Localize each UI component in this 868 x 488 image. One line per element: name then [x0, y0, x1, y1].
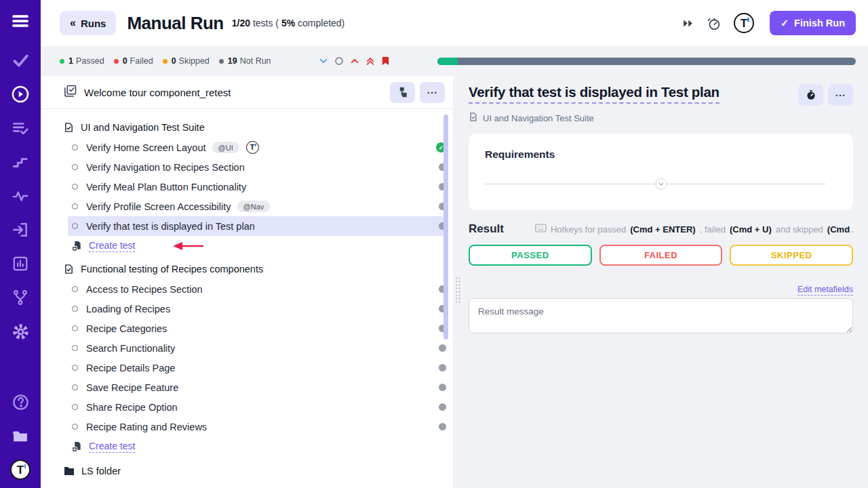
finish-run-button[interactable]: ✓ Finish Run [770, 11, 856, 35]
tree-test-row[interactable]: Recipe Categories [68, 319, 443, 338]
tree-test-row[interactable]: Search Functionality [68, 338, 443, 358]
fast-forward-icon[interactable] [681, 16, 695, 30]
tag-badge: @UI [212, 142, 239, 153]
test-bullet-icon [72, 365, 78, 371]
keyboard-icon [535, 224, 547, 235]
tree-test-row[interactable]: Loading of Recipes [68, 299, 443, 319]
project-logo-icon[interactable]: T [732, 12, 755, 35]
folder-label: LS folder [81, 466, 121, 476]
tree-test-row[interactable]: Verify Home Screen Layout@UIT✓ [68, 138, 443, 157]
hotkeys-hint: Hotkeys for passed(Cmd + ENTER) , failed… [535, 224, 853, 235]
test-title[interactable]: Verify that test is displayed in Test pl… [469, 84, 719, 104]
tree-test-row[interactable]: Verify Navigation to Recipes Section [68, 157, 443, 177]
percent-complete: 5% [281, 18, 295, 28]
expand-requirements-icon[interactable] [655, 178, 667, 190]
test-bullet-icon [72, 384, 78, 390]
chevrons-up-icon[interactable] [366, 56, 375, 66]
tree-body: UI and Navigation Test SuiteVerify Home … [41, 109, 453, 488]
create-label[interactable]: Create test [89, 441, 135, 453]
result-header: Result Hotkeys for passed(Cmd + ENTER) ,… [469, 222, 853, 236]
tree-suite-row[interactable]: 0.0UI and Navigation Test Suite [41, 484, 453, 488]
tree-suite-row[interactable]: Functional testing of Recipes components [41, 259, 453, 279]
tree-test-row[interactable]: Verify Profile Screen Accessibility@Nav [68, 197, 443, 216]
sign-in-icon[interactable] [9, 218, 32, 241]
suite-tree-view-button[interactable] [390, 82, 415, 103]
bar-chart-icon[interactable] [9, 252, 32, 275]
timer-icon[interactable] [705, 15, 722, 32]
notrun-dot-icon [219, 59, 224, 64]
test-label: Recipe Categories [86, 323, 167, 334]
tree-test-row[interactable]: Save Recipe Feature [68, 378, 443, 397]
stat-passed: 1Passed [60, 56, 104, 66]
edit-metafields-link[interactable]: Edit metafields [797, 285, 853, 296]
requirements-title: Requirements [485, 148, 837, 161]
panel-resize-handle[interactable] [455, 277, 461, 304]
runs-label: Runs [81, 18, 106, 29]
steps-icon[interactable] [9, 150, 32, 174]
test-bullet-icon [72, 286, 78, 292]
menu-icon[interactable] [9, 9, 32, 33]
tree-suite-row[interactable]: UI and Navigation Test Suite [41, 117, 453, 138]
branch-icon[interactable] [9, 286, 32, 309]
failed-button[interactable]: FAILED [599, 245, 723, 266]
tree-test-row[interactable]: Recipe Rating and Reviews [68, 417, 443, 436]
page-title: Manual Run [127, 13, 223, 34]
tree-folder-row[interactable]: LS folder [41, 461, 453, 481]
skipped-button[interactable]: SKIPPED [730, 245, 853, 266]
test-bullet-icon [72, 144, 78, 150]
tests-count: 1/20 [232, 18, 250, 28]
test-bullet-icon [72, 164, 78, 170]
chevron-up-icon[interactable] [350, 56, 359, 66]
create-label[interactable]: Create test [89, 240, 135, 252]
run-progress-summary: 1/20 tests ( 5% completed) [232, 18, 345, 28]
test-label: Verify that test is displayed in Test pl… [86, 221, 255, 232]
list-check-icon[interactable] [9, 117, 32, 140]
result-message-input[interactable] [469, 298, 853, 333]
more-options-icon[interactable]: ... [828, 84, 853, 106]
test-bullet-icon [72, 203, 78, 209]
tree-create-row[interactable]: Create test [41, 436, 453, 457]
testomat-logo: T [10, 460, 31, 480]
tree-test-row[interactable]: Access to Recipes Section [68, 279, 443, 299]
test-bullet-icon [72, 404, 78, 410]
result-title: Result [469, 222, 504, 236]
tree-create-row[interactable]: Create test [41, 236, 453, 256]
help-icon[interactable] [9, 390, 32, 413]
sidebar: T [0, 0, 41, 488]
folder-icon[interactable] [9, 424, 32, 447]
back-to-runs-button[interactable]: « Runs [60, 11, 116, 35]
circle-icon[interactable] [334, 56, 344, 66]
tree-scrollbar[interactable] [443, 115, 448, 340]
passed-button[interactable]: PASSED [469, 245, 592, 266]
tree-test-row[interactable]: Recipe Details Page [68, 358, 443, 378]
bookmark-icon[interactable] [381, 56, 390, 66]
detail-header: Verify that test is displayed in Test pl… [469, 76, 853, 106]
activity-icon[interactable] [9, 184, 32, 207]
folder-icon [64, 466, 75, 476]
stat-failed: 0Failed [114, 56, 153, 66]
stopwatch-icon[interactable] [798, 84, 823, 106]
suite-document-icon [64, 122, 74, 133]
test-detail-panel: Verify that test is displayed in Test pl… [469, 76, 853, 336]
notrun-status-icon [439, 403, 446, 411]
logo-icon[interactable]: T [9, 458, 32, 481]
chevron-down-icon[interactable] [319, 56, 328, 66]
more-options-icon[interactable]: ... [420, 82, 445, 103]
document-icon [469, 112, 478, 124]
suite-label: Functional testing of Recipes components [81, 264, 263, 274]
notrun-status-icon [439, 364, 446, 371]
play-circle-icon[interactable] [9, 83, 32, 106]
notrun-status-icon [439, 344, 446, 352]
breadcrumb[interactable]: UI and Navigation Test Suite [469, 112, 853, 124]
checklist-icon [64, 85, 77, 100]
tree-test-row[interactable]: Verify Meal Plan Button Functionality [68, 177, 443, 197]
tree-test-row[interactable]: Share Recipe Option [68, 397, 443, 417]
skipped-dot-icon [163, 59, 167, 64]
notrun-status-icon [439, 423, 446, 430]
check-icon[interactable] [9, 49, 32, 72]
tree-test-row[interactable]: Verify that test is displayed in Test pl… [68, 216, 443, 236]
metafields-row: Edit metafields [469, 283, 853, 295]
file-plus-icon [72, 441, 82, 452]
gear-icon[interactable] [9, 320, 32, 343]
test-label: Search Functionality [86, 343, 175, 354]
